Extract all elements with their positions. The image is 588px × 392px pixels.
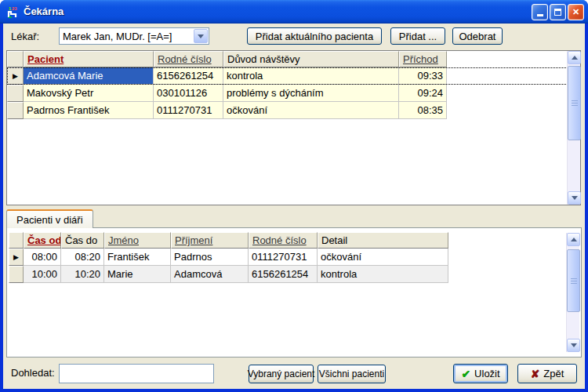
scrollbar-thumb[interactable] [568, 66, 581, 140]
column-header-pacient[interactable]: Pacient [24, 51, 154, 67]
cell-duvod[interactable]: problémy s dýcháním [223, 85, 399, 102]
doctor-select[interactable]: Marek Jan, MUDr. [=A=] [59, 27, 209, 45]
cell-rodne-cislo[interactable]: 030101126 [154, 85, 223, 102]
cell-pacient[interactable]: Padrnos František [24, 102, 154, 119]
titlebar[interactable]: 1 23 Čekárna ✕ [0, 0, 588, 24]
cell-jmeno[interactable]: Marie [104, 266, 171, 283]
column-header-cas-do: Čas do [61, 232, 104, 249]
search-label: Dohledat: [11, 367, 55, 379]
selected-patient-button[interactable]: Vybraný pacient [249, 365, 314, 383]
column-header-jmeno[interactable]: Jméno [104, 232, 171, 249]
cell-rodne-cislo[interactable]: 0111270731 [249, 249, 318, 266]
close-button[interactable]: ✕ [568, 4, 584, 20]
add-current-patient-button[interactable]: Přidat aktuálního pacienta [247, 27, 382, 45]
maximize-button[interactable] [550, 4, 566, 20]
chevron-down-icon[interactable] [194, 29, 208, 43]
header-indicator-cell [7, 51, 24, 67]
check-icon: ✔ [461, 368, 470, 379]
remove-patient-button[interactable]: Odebrat [452, 27, 503, 45]
column-header-detail: Detail [318, 232, 448, 249]
waiting-grid-scrollbar[interactable] [567, 51, 580, 205]
all-patients-button[interactable]: Všichni pacienti [318, 365, 386, 383]
doctor-label: Lékař: [11, 31, 39, 42]
cell-pacient[interactable]: Makovský Petr [24, 85, 154, 102]
tab-label: Pacienti v diáři [16, 214, 83, 226]
row-indicator-icon: ▶ [7, 67, 24, 85]
column-header-rodne-cislo[interactable]: Rodné číslo [249, 232, 318, 249]
diary-grid-scrollbar[interactable] [566, 233, 579, 352]
cell-detail[interactable]: kontrola [318, 266, 448, 283]
cell-cas-do[interactable]: 10:20 [61, 266, 104, 283]
window-title: Čekárna [24, 0, 64, 23]
cell-prijmeni[interactable]: Padrnos [171, 249, 249, 266]
row-indicator-icon: ▶ [9, 249, 24, 266]
column-header-prichod[interactable]: Příchod [399, 51, 447, 67]
cell-duvod[interactable]: kontrola [223, 67, 399, 85]
doctor-select-value: Marek Jan, MUDr. [=A=] [60, 31, 193, 42]
cell-cas-od[interactable]: 08:00 [24, 249, 61, 266]
cell-detail[interactable]: očkování [318, 249, 448, 266]
cell-rodne-cislo[interactable]: 0111270731 [154, 102, 223, 119]
scrollbar-thumb[interactable] [567, 249, 580, 312]
diary-grid: Čas od Čas do Jméno Příjmení Rodné číslo… [9, 232, 448, 283]
diary-header-row: Čas od Čas do Jméno Příjmení Rodné číslo… [9, 232, 448, 249]
cell-cas-od[interactable]: 10:00 [24, 266, 61, 283]
cell-pacient[interactable]: Adamcová Marie [24, 67, 154, 85]
column-header-prijmeni[interactable]: Příjmení [171, 232, 249, 249]
search-input[interactable] [59, 364, 214, 383]
column-header-rodne-cislo[interactable]: Rodné číslo [154, 51, 223, 67]
waiting-room-grid: Pacient Rodné číslo Důvod návštěvy Přích… [6, 50, 581, 205]
table-row[interactable]: Makovský Petr 030101126 problémy s dýchá… [7, 85, 580, 102]
table-row[interactable]: ▶ 08:00 08:20 František Padrnos 01112707… [9, 249, 448, 266]
table-row[interactable]: Padrnos František 0111270731 očkování 08… [7, 102, 580, 119]
svg-text:23: 23 [12, 6, 17, 11]
row-indicator [7, 85, 24, 102]
scroll-down-icon[interactable] [568, 191, 581, 205]
back-button[interactable]: ✘ Zpět [517, 364, 577, 383]
minimize-button[interactable] [532, 4, 548, 20]
cell-duvod[interactable]: očkování [223, 102, 399, 119]
cell-cas-do[interactable]: 08:20 [61, 249, 104, 266]
cell-prichod[interactable]: 09:24 [399, 85, 447, 102]
app-icon: 1 23 [6, 5, 19, 18]
cell-jmeno[interactable]: František [104, 249, 171, 266]
column-header-cas-od[interactable]: Čas od [24, 232, 61, 249]
x-icon: ✘ [531, 368, 540, 379]
close-icon: ✕ [572, 7, 579, 17]
table-row[interactable]: ▶ Adamcová Marie 6156261254 kontrola 09:… [7, 67, 580, 85]
tab-pacienti-v-diari[interactable]: Pacienti v diáři [6, 209, 93, 228]
column-header-duvod: Důvod návštěvy [223, 51, 399, 67]
cell-rodne-cislo[interactable]: 6156261254 [154, 67, 223, 85]
table-row[interactable]: 10:00 10:20 Marie Adamcová 6156261254 ko… [9, 266, 448, 283]
row-indicator [7, 102, 24, 119]
scroll-down-icon[interactable] [567, 339, 580, 352]
cell-prichod[interactable]: 09:33 [399, 67, 447, 85]
scroll-up-icon[interactable] [568, 51, 581, 64]
save-button-label: Uložit [474, 368, 500, 379]
save-button[interactable]: ✔ Uložit [453, 364, 508, 383]
cell-rodne-cislo[interactable]: 6156261254 [249, 266, 318, 283]
minimize-icon [537, 14, 543, 16]
app-window: 1 23 Čekárna ✕ Lékař: Marek Jan, MUDr. [… [0, 0, 588, 392]
back-button-label: Zpět [543, 368, 564, 379]
header-indicator-cell [9, 232, 24, 249]
maximize-icon [554, 9, 561, 16]
cell-prichod[interactable]: 08:35 [399, 102, 447, 119]
add-patient-button[interactable]: Přidat ... [390, 27, 445, 45]
cell-prijmeni[interactable]: Adamcová [171, 266, 249, 283]
waiting-header-row: Pacient Rodné číslo Důvod návštěvy Přích… [7, 51, 580, 67]
row-indicator [9, 266, 24, 283]
diary-tab-panel: Čas od Čas do Jméno Příjmení Rodné číslo… [6, 227, 582, 358]
scroll-up-icon[interactable] [567, 233, 580, 246]
